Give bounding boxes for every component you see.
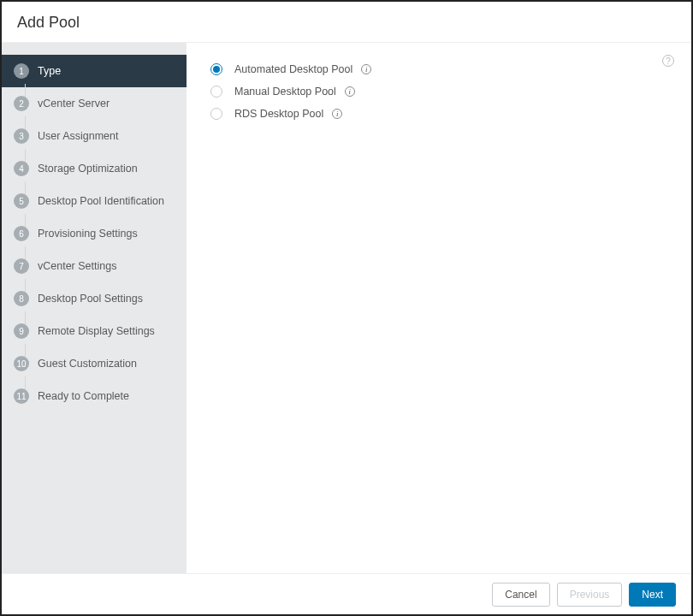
step-label: vCenter Settings — [38, 260, 116, 272]
radio-manual-desktop-pool[interactable]: Manual Desktop Pool i — [210, 86, 667, 98]
dialog-title: Add Pool — [17, 14, 676, 32]
wizard-content: ? Automated Desktop Pool i Manual Deskto… — [187, 43, 691, 573]
radio-automated-desktop-pool[interactable]: Automated Desktop Pool i — [210, 63, 667, 75]
cancel-button[interactable]: Cancel — [492, 583, 549, 607]
dialog-footer: Cancel Previous Next — [2, 573, 691, 614]
sidebar-item-guest-customization[interactable]: 10 Guest Customization — [2, 347, 187, 380]
sidebar-item-desktop-pool-settings[interactable]: 8 Desktop Pool Settings — [2, 282, 187, 315]
sidebar-item-vcenter-settings[interactable]: 7 vCenter Settings — [2, 250, 187, 282]
wizard-sidebar: 1 Type 2 vCenter Server 3 User Assignmen… — [2, 43, 187, 573]
step-label: Desktop Pool Identification — [38, 195, 164, 207]
step-number: 1 — [14, 63, 29, 79]
step-label: Guest Customization — [38, 358, 137, 370]
step-label: Remote Display Settings — [38, 325, 155, 337]
info-icon[interactable]: i — [345, 86, 355, 97]
step-label: vCenter Server — [38, 98, 110, 110]
step-label: Storage Optimization — [38, 163, 138, 175]
dialog-header: Add Pool — [2, 2, 691, 43]
step-label: Ready to Complete — [38, 390, 129, 402]
sidebar-item-type[interactable]: 1 Type — [2, 55, 187, 87]
radio-label: Automated Desktop Pool — [234, 63, 352, 75]
radio-rds-desktop-pool[interactable]: RDS Desktop Pool i — [210, 108, 667, 120]
radio-label: RDS Desktop Pool — [234, 108, 323, 120]
step-number: 9 — [14, 323, 29, 339]
radio-button[interactable] — [210, 63, 222, 75]
sidebar-item-user-assignment[interactable]: 3 User Assignment — [2, 120, 187, 152]
dialog-body: 1 Type 2 vCenter Server 3 User Assignmen… — [2, 43, 691, 573]
sidebar-item-vcenter-server[interactable]: 2 vCenter Server — [2, 87, 187, 120]
help-icon[interactable]: ? — [662, 55, 674, 67]
step-number: 7 — [14, 258, 29, 274]
info-icon[interactable]: i — [361, 64, 371, 74]
next-button[interactable]: Next — [629, 583, 676, 607]
step-number: 6 — [14, 226, 29, 241]
step-label: Provisioning Settings — [38, 228, 138, 240]
step-label: Type — [38, 65, 61, 77]
step-label: Desktop Pool Settings — [38, 293, 143, 305]
info-icon[interactable]: i — [332, 109, 342, 119]
step-number: 3 — [14, 128, 29, 144]
sidebar-item-desktop-pool-identification[interactable]: 5 Desktop Pool Identification — [2, 185, 187, 217]
radio-button[interactable] — [210, 108, 222, 120]
step-number: 10 — [14, 356, 29, 371]
step-number: 2 — [14, 96, 29, 111]
previous-button: Previous — [557, 583, 623, 607]
sidebar-item-storage-optimization[interactable]: 4 Storage Optimization — [2, 152, 187, 185]
radio-button[interactable] — [210, 86, 222, 98]
step-number: 4 — [14, 161, 29, 176]
sidebar-item-ready-to-complete[interactable]: 11 Ready to Complete — [2, 380, 187, 412]
sidebar-item-provisioning-settings[interactable]: 6 Provisioning Settings — [2, 217, 187, 250]
step-number: 5 — [14, 193, 29, 209]
radio-label: Manual Desktop Pool — [234, 86, 336, 98]
step-number: 8 — [14, 291, 29, 306]
sidebar-item-remote-display-settings[interactable]: 9 Remote Display Settings — [2, 315, 187, 347]
step-label: User Assignment — [38, 130, 118, 142]
step-number: 11 — [14, 388, 29, 404]
